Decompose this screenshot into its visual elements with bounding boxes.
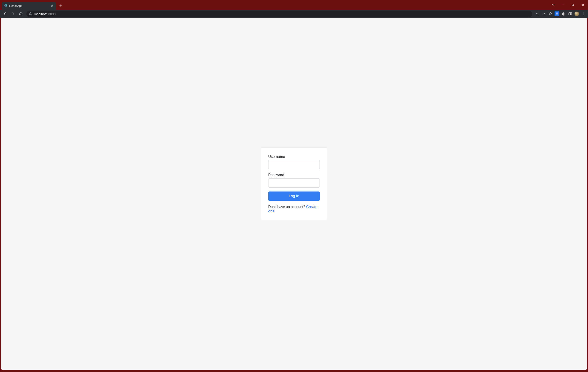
svg-rect-4 — [572, 4, 574, 6]
share-button[interactable] — [540, 10, 547, 17]
react-favicon — [4, 4, 8, 8]
avatar-icon — [574, 11, 579, 16]
site-info-icon[interactable] — [29, 12, 32, 16]
page-body: Username Password Log In Don't have an a… — [1, 18, 587, 370]
window-maximize-button[interactable] — [568, 1, 578, 8]
tab-title: React App — [9, 4, 48, 8]
tab-search-button[interactable] — [549, 1, 558, 8]
browser-window: React App — [0, 0, 588, 372]
signup-row: Don't have an account? Create one — [268, 205, 320, 213]
new-tab-button[interactable] — [58, 3, 64, 9]
browser-toolbar: localhost:3000 — [0, 10, 588, 18]
signup-prompt: Don't have an account? — [268, 205, 306, 209]
bookmark-button[interactable] — [547, 10, 554, 17]
window-controls — [549, 0, 588, 10]
svg-point-13 — [583, 14, 584, 14]
username-label: Username — [268, 155, 320, 159]
window-close-button[interactable] — [578, 1, 588, 8]
svg-point-12 — [583, 12, 584, 13]
close-tab-button[interactable] — [50, 4, 54, 8]
svg-point-7 — [557, 14, 557, 14]
username-group: Username — [268, 155, 320, 169]
svg-point-14 — [583, 15, 584, 15]
password-label: Password — [268, 173, 320, 177]
viewport: Username Password Log In Don't have an a… — [1, 18, 587, 370]
svg-rect-11 — [569, 12, 572, 15]
react-devtools-extension[interactable] — [554, 10, 560, 17]
downloads-button[interactable] — [534, 10, 540, 17]
url-host: localhost — [34, 12, 47, 16]
login-card: Username Password Log In Don't have an a… — [261, 147, 327, 220]
username-input[interactable] — [268, 160, 320, 169]
chrome-menu-button[interactable] — [580, 10, 587, 17]
svg-point-6 — [30, 13, 31, 14]
svg-point-0 — [6, 6, 6, 6]
toolbar-right — [534, 10, 587, 17]
url-port: :3000 — [47, 12, 56, 16]
profile-avatar[interactable] — [574, 10, 580, 17]
nav-forward-button[interactable] — [9, 10, 17, 17]
titlebar: React App — [0, 0, 588, 10]
window-minimize-button[interactable] — [558, 1, 568, 8]
url-text: localhost:3000 — [34, 12, 56, 16]
nav-back-button[interactable] — [1, 10, 9, 17]
reload-button[interactable] — [17, 10, 25, 17]
password-input[interactable] — [268, 178, 320, 188]
side-panel-button[interactable] — [567, 10, 574, 17]
react-devtools-icon — [555, 11, 559, 16]
browser-tab[interactable]: React App — [2, 2, 56, 10]
extensions-button[interactable] — [560, 10, 567, 17]
login-button[interactable]: Log In — [268, 191, 320, 201]
address-bar[interactable]: localhost:3000 — [26, 10, 532, 17]
password-group: Password — [268, 173, 320, 188]
